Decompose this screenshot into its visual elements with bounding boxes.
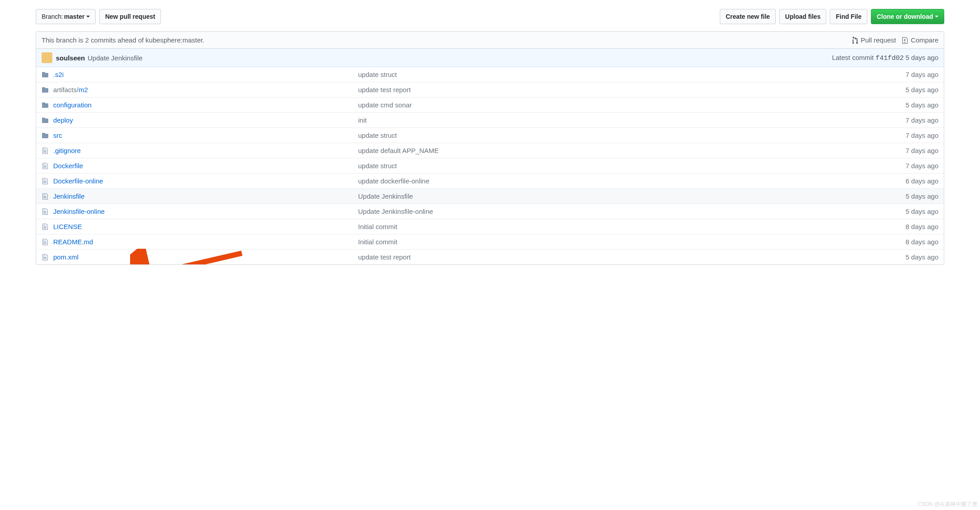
file-icon xyxy=(42,193,49,200)
file-commit-message[interactable]: init xyxy=(358,116,889,124)
commit-meta: Latest commit f41fd02 5 days ago xyxy=(832,54,938,62)
diff-icon xyxy=(902,37,908,44)
clone-label: Clone or download xyxy=(877,12,933,21)
file-commit-message[interactable]: Initial commit xyxy=(358,223,889,230)
folder-icon xyxy=(42,86,49,94)
file-age: 6 days ago xyxy=(889,177,938,185)
caret-down-icon xyxy=(86,16,90,17)
file-commit-message[interactable]: update struct xyxy=(358,132,889,139)
git-pull-request-icon xyxy=(853,37,858,44)
file-commit-message[interactable]: update struct xyxy=(358,71,889,78)
file-link[interactable]: LICENSE xyxy=(53,223,82,230)
branch-name: master xyxy=(64,12,84,21)
branch-status-text: This branch is 2 commits ahead of kubesp… xyxy=(42,36,204,44)
file-name: src xyxy=(53,132,358,139)
latest-commit-label: Latest commit xyxy=(832,54,874,61)
file-name: deploy xyxy=(53,116,358,124)
file-icon xyxy=(42,147,49,154)
file-row: srcupdate struct7 days ago xyxy=(36,128,944,143)
file-name: README.md xyxy=(53,238,358,246)
commit-sha[interactable]: f41fd02 xyxy=(875,55,904,62)
file-commit-message[interactable]: update test report xyxy=(358,253,889,261)
file-age: 8 days ago xyxy=(889,238,938,246)
file-commit-message[interactable]: update test report xyxy=(358,86,889,94)
file-age: 5 days ago xyxy=(889,208,938,215)
folder-icon xyxy=(42,117,49,124)
clone-download-button[interactable]: Clone or download xyxy=(871,9,944,24)
file-row: Dockerfileupdate struct7 days ago xyxy=(36,158,944,174)
new-pull-request-button[interactable]: New pull request xyxy=(99,9,161,24)
file-commit-message[interactable]: Update Jenkinsfile-online xyxy=(358,208,889,215)
file-icon xyxy=(42,238,49,246)
file-link[interactable]: .gitignore xyxy=(53,147,81,154)
file-age: 7 days ago xyxy=(889,71,938,78)
find-file-button[interactable]: Find File xyxy=(830,9,867,24)
commit-message[interactable]: Update Jenkinsfile xyxy=(88,54,143,62)
file-age: 5 days ago xyxy=(889,253,938,261)
file-age: 5 days ago xyxy=(889,192,938,200)
compare-link[interactable]: Compare xyxy=(902,36,938,44)
create-new-file-button[interactable]: Create new file xyxy=(720,9,776,24)
upload-files-button[interactable]: Upload files xyxy=(779,9,826,24)
file-link[interactable]: m2 xyxy=(79,86,88,94)
latest-commit-bar: soulseen Update Jenkinsfile Latest commi… xyxy=(36,49,944,67)
file-link[interactable]: Dockerfile-online xyxy=(53,177,103,185)
path-prefix: artifacts/ xyxy=(53,86,79,94)
file-name: .gitignore xyxy=(53,147,358,154)
pull-request-label: Pull request xyxy=(861,36,896,44)
file-icon xyxy=(42,178,49,185)
file-row: LICENSEInitial commit8 days ago xyxy=(36,219,944,234)
file-link[interactable]: pom.xml xyxy=(53,253,79,261)
pull-request-link[interactable]: Pull request xyxy=(853,36,896,44)
folder-icon xyxy=(42,102,49,109)
file-link[interactable]: deploy xyxy=(53,116,73,124)
file-name: Dockerfile xyxy=(53,162,358,170)
file-row: pom.xmlupdate test report5 days ago xyxy=(36,250,944,264)
file-commit-message[interactable]: update cmd sonar xyxy=(358,101,889,109)
file-row: configurationupdate cmd sonar5 days ago xyxy=(36,98,944,113)
file-age: 7 days ago xyxy=(889,147,938,154)
file-name: artifacts/m2 xyxy=(53,86,358,94)
folder-icon xyxy=(42,132,49,139)
commit-age: 5 days ago xyxy=(906,54,938,61)
file-link[interactable]: Jenkinsfile xyxy=(53,192,84,200)
file-table: .s2iupdate struct7 days agoartifacts/m2u… xyxy=(36,67,944,264)
file-age: 5 days ago xyxy=(889,101,938,109)
file-row: .gitignoreupdate default APP_NAME7 days … xyxy=(36,143,944,158)
file-link[interactable]: Dockerfile xyxy=(53,162,83,170)
file-row: Jenkinsfile-onlineUpdate Jenkinsfile-onl… xyxy=(36,204,944,219)
file-name: Jenkinsfile xyxy=(53,192,358,200)
file-row: artifacts/m2update test report5 days ago xyxy=(36,82,944,98)
file-row: Dockerfile-onlineupdate dockerfile-onlin… xyxy=(36,174,944,189)
file-link[interactable]: configuration xyxy=(53,101,92,109)
commit-author[interactable]: soulseen xyxy=(56,54,85,62)
caret-down-icon xyxy=(935,16,938,17)
folder-icon xyxy=(42,71,49,78)
branch-select-button[interactable]: Branch: master xyxy=(36,9,96,24)
avatar[interactable] xyxy=(42,52,52,63)
toolbar-left: Branch: master New pull request xyxy=(36,9,161,24)
file-icon xyxy=(42,223,49,230)
branch-status-actions: Pull request Compare xyxy=(853,36,938,44)
branch-status-bar: This branch is 2 commits ahead of kubesp… xyxy=(36,32,944,49)
file-link[interactable]: README.md xyxy=(53,238,93,246)
file-commit-message[interactable]: update struct xyxy=(358,162,889,170)
file-name: Jenkinsfile-online xyxy=(53,208,358,215)
file-name: Dockerfile-online xyxy=(53,177,358,185)
file-row: README.mdInitial commit8 days ago xyxy=(36,234,944,250)
file-link[interactable]: src xyxy=(53,132,62,139)
file-link[interactable]: .s2i xyxy=(53,71,63,78)
file-icon xyxy=(42,208,49,215)
file-commit-message[interactable]: Update Jenkinsfile xyxy=(358,192,889,200)
file-age: 5 days ago xyxy=(889,86,938,94)
toolbar-right: Create new file Upload files Find File C… xyxy=(720,9,944,24)
file-link[interactable]: Jenkinsfile-online xyxy=(53,208,105,215)
file-name: LICENSE xyxy=(53,223,358,230)
branch-label: Branch: xyxy=(42,12,63,21)
file-age: 7 days ago xyxy=(889,132,938,139)
file-row: deployinit7 days ago xyxy=(36,113,944,128)
file-commit-message[interactable]: update dockerfile-online xyxy=(358,177,889,185)
file-commit-message[interactable]: Initial commit xyxy=(358,238,889,246)
file-commit-message[interactable]: update default APP_NAME xyxy=(358,147,889,154)
file-row: JenkinsfileUpdate Jenkinsfile5 days ago xyxy=(36,189,944,204)
